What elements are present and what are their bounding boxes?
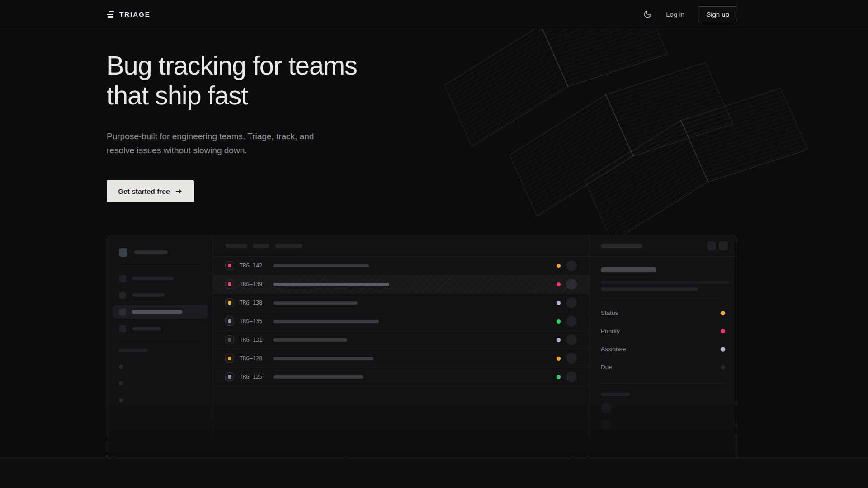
theme-toggle[interactable] bbox=[642, 9, 652, 19]
divider bbox=[601, 298, 725, 298]
property-label: Status bbox=[601, 310, 618, 316]
detail-action-button-placeholder bbox=[719, 241, 728, 250]
nav-item-label-placeholder bbox=[132, 293, 165, 297]
issue-title-placeholder bbox=[273, 283, 389, 286]
mockup-workspace-row bbox=[107, 235, 213, 257]
signup-button[interactable]: Sign up bbox=[698, 6, 737, 22]
issue-type-icon bbox=[225, 317, 234, 326]
hero-subtitle-line-2: resolve issues without slowing down. bbox=[107, 143, 314, 157]
nav-item-icon bbox=[119, 325, 126, 332]
mockup-sidebar-nav bbox=[107, 267, 213, 343]
divider bbox=[601, 383, 725, 384]
assignee-avatar bbox=[566, 334, 577, 345]
mockup-issue-list: TRG–142 TRG–139 TRG–138 bbox=[213, 235, 589, 458]
get-started-label: Get started free bbox=[118, 188, 170, 196]
detail-header-placeholder bbox=[601, 244, 642, 248]
nav-item-label-placeholder bbox=[132, 327, 161, 330]
filter-tab-placeholder bbox=[253, 244, 269, 248]
status-dot bbox=[557, 264, 561, 268]
sidebar-dot bbox=[119, 365, 123, 369]
status-dot bbox=[557, 375, 561, 379]
issue-title-placeholder bbox=[273, 357, 373, 360]
assignee-avatar bbox=[566, 260, 577, 271]
workspace-avatar bbox=[119, 248, 127, 257]
issue-row: TRG–139 bbox=[213, 275, 589, 294]
activity-avatar-placeholder bbox=[601, 420, 612, 431]
property-value-dot bbox=[721, 365, 725, 370]
triage-logo-icon bbox=[107, 11, 114, 18]
issue-title-placeholder bbox=[273, 301, 358, 305]
moon-icon bbox=[643, 10, 652, 19]
status-dot bbox=[557, 338, 561, 342]
nav-actions: Log in Sign up bbox=[642, 6, 737, 22]
top-navbar: TRIAGE Log in Sign up bbox=[0, 0, 868, 28]
property-label: Assignee bbox=[601, 346, 626, 352]
issue-type-icon bbox=[225, 280, 234, 289]
divider bbox=[116, 343, 204, 343]
status-dot bbox=[557, 282, 561, 286]
app-mockup-panel: TRG–142 TRG–139 TRG–138 bbox=[107, 235, 737, 458]
property-label: Due bbox=[601, 364, 612, 371]
property-label: Priority bbox=[601, 328, 620, 334]
property-row: Assignee bbox=[589, 346, 737, 352]
landing-page: TRIAGE Log in Sign up Bug trac bbox=[0, 0, 868, 488]
brand-logo[interactable]: TRIAGE bbox=[107, 10, 151, 18]
assignee-avatar bbox=[566, 371, 577, 382]
property-value-dot bbox=[721, 347, 725, 352]
issue-title-placeholder bbox=[273, 264, 369, 267]
issue-title-placeholder bbox=[273, 338, 347, 342]
issue-id: TRG–138 bbox=[240, 300, 269, 306]
login-link[interactable]: Log in bbox=[666, 10, 684, 18]
issue-id: TRG–139 bbox=[240, 281, 269, 287]
detail-description-placeholder bbox=[601, 281, 730, 284]
detail-action-button-placeholder bbox=[707, 241, 716, 250]
issue-id: TRG–135 bbox=[240, 318, 269, 324]
issue-row: TRG–135 bbox=[213, 312, 589, 331]
issue-row: TRG–128 bbox=[213, 349, 589, 368]
assignee-avatar bbox=[566, 353, 577, 364]
assignee-avatar bbox=[566, 279, 577, 290]
brand-name: TRIAGE bbox=[119, 10, 151, 18]
filter-tab-placeholder bbox=[225, 244, 247, 248]
section-label-placeholder bbox=[118, 349, 148, 352]
get-started-button[interactable]: Get started free bbox=[107, 180, 194, 202]
section-label-placeholder bbox=[601, 393, 630, 396]
issue-id: TRG–128 bbox=[240, 355, 269, 361]
mockup-detail-panel: Status Priority Assignee Due bbox=[589, 235, 737, 458]
issue-type-icon bbox=[225, 354, 234, 363]
issue-type-icon bbox=[225, 372, 234, 381]
sidebar-nav-item bbox=[113, 272, 208, 285]
footer-band bbox=[0, 458, 868, 488]
issue-type-icon bbox=[225, 335, 234, 344]
nav-item-icon bbox=[119, 275, 126, 282]
detail-title-placeholder bbox=[601, 267, 656, 272]
mockup-sidebar bbox=[107, 235, 213, 458]
nav-item-icon bbox=[119, 309, 126, 315]
detail-description-placeholder bbox=[601, 287, 698, 291]
issue-id: TRG–125 bbox=[240, 374, 269, 380]
issue-row: TRG–131 bbox=[213, 331, 589, 349]
nav-item-icon bbox=[119, 292, 126, 299]
sidebar-dot bbox=[119, 398, 123, 402]
issue-id: TRG–131 bbox=[240, 337, 269, 343]
nav-item-label-placeholder bbox=[132, 277, 174, 280]
arrow-right-icon bbox=[175, 188, 183, 195]
hero-title-line-1: Bug tracking for teams bbox=[107, 51, 357, 80]
hero-title: Bug tracking for teams that ship fast bbox=[107, 51, 357, 110]
issue-row: TRG–125 bbox=[213, 368, 589, 386]
activity-avatar-placeholder bbox=[601, 403, 612, 413]
detail-header bbox=[589, 235, 737, 257]
hero-subtitle-line-1: Purpose-built for engineering teams. Tri… bbox=[107, 129, 314, 143]
assignee-avatar bbox=[566, 316, 577, 327]
nav-item-label-placeholder bbox=[132, 310, 182, 314]
property-row: Status bbox=[589, 310, 737, 316]
issue-type-icon bbox=[225, 298, 234, 307]
issue-row: TRG–142 bbox=[213, 257, 589, 275]
property-row: Priority bbox=[589, 328, 737, 334]
status-dot bbox=[557, 301, 561, 305]
issue-row: TRG–138 bbox=[213, 294, 589, 312]
property-row: Due bbox=[589, 364, 737, 371]
assignee-avatar bbox=[566, 297, 577, 308]
property-value-dot bbox=[721, 311, 725, 315]
issue-title-placeholder bbox=[273, 320, 379, 323]
